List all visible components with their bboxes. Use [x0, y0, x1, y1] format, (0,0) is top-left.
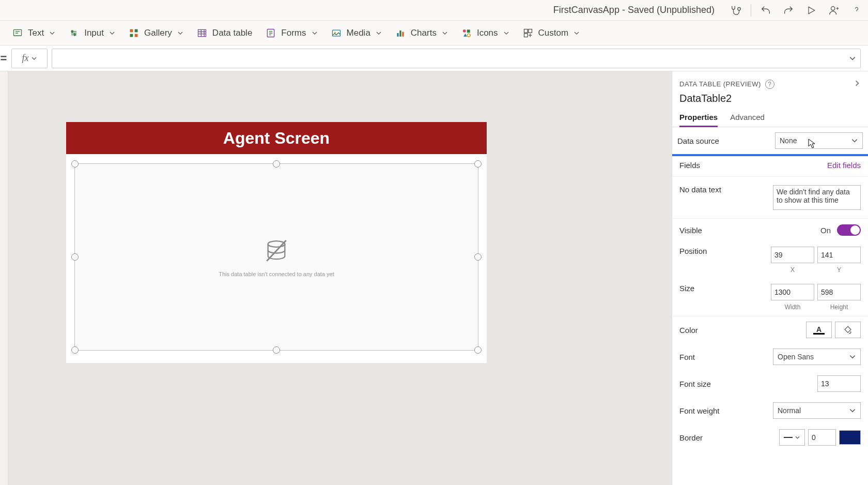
undo-button[interactable]: [754, 0, 777, 21]
play-button[interactable]: [800, 0, 823, 21]
share-button[interactable]: [823, 0, 845, 21]
resize-handle[interactable]: [474, 253, 482, 261]
prop-no-data-label: No data text: [679, 185, 773, 194]
data-table-empty-message: This data table isn't connected to any d…: [219, 271, 334, 277]
title-bar: FirstCanvasApp - Saved (Unpublished): [0, 0, 868, 21]
prop-font-size: Font size 13: [672, 370, 868, 397]
border-style-dropdown[interactable]: [779, 429, 805, 446]
ribbon-data-table-label: Data table: [212, 28, 253, 38]
equals-label: =: [0, 52, 7, 65]
ribbon-text[interactable]: Text: [12, 28, 55, 38]
ribbon-custom-label: Custom: [538, 28, 569, 38]
edit-fields-link[interactable]: Edit fields: [827, 161, 861, 170]
visible-toggle[interactable]: [837, 224, 861, 236]
resize-handle[interactable]: [71, 253, 79, 261]
font-size-input[interactable]: 13: [817, 375, 861, 392]
position-x-input[interactable]: 39: [771, 247, 814, 263]
prop-position: Position 39 141 X Y: [672, 241, 868, 279]
svg-rect-20: [528, 29, 532, 33]
prop-size-label: Size: [679, 284, 771, 293]
left-rail[interactable]: [0, 71, 8, 485]
resize-handle[interactable]: [474, 346, 482, 354]
formula-input[interactable]: [52, 49, 861, 68]
prop-position-label: Position: [679, 247, 771, 255]
svg-point-0: [738, 7, 741, 10]
database-empty-icon: [262, 237, 291, 266]
svg-rect-6: [135, 29, 138, 32]
app-title: FirstCanvasApp - Saved (Unpublished): [553, 5, 715, 16]
control-name: DataTable2: [672, 89, 868, 109]
ribbon-data-table[interactable]: Data table: [197, 28, 253, 38]
ribbon-icons[interactable]: Icons: [461, 28, 509, 38]
svg-rect-14: [399, 31, 401, 37]
border-color-swatch[interactable]: [839, 430, 861, 445]
position-x-sublabel: X: [771, 266, 814, 274]
svg-rect-5: [130, 29, 133, 32]
data-source-dropdown[interactable]: None: [775, 132, 863, 149]
svg-rect-19: [524, 29, 528, 33]
tab-properties[interactable]: Properties: [679, 109, 718, 127]
no-data-text-input[interactable]: We didn't find any data to show at this …: [773, 185, 861, 210]
svg-point-1: [831, 6, 835, 10]
size-height-input[interactable]: 598: [817, 284, 861, 300]
panel-collapse-button[interactable]: [854, 79, 861, 89]
visible-value: On: [820, 226, 831, 235]
prop-font-label: Font: [679, 353, 773, 361]
ribbon-media-label: Media: [347, 28, 370, 38]
fx-label: fx: [22, 53, 29, 64]
position-y-sublabel: Y: [817, 266, 861, 274]
svg-rect-13: [397, 33, 398, 37]
health-check-button[interactable]: [725, 0, 748, 21]
properties-list: Data source None Fields Edit fields: [672, 127, 868, 485]
screen: Agent Screen This data table isn't conne…: [66, 122, 487, 363]
data-table-control[interactable]: This data table isn't connected to any d…: [74, 163, 478, 351]
resize-handle[interactable]: [71, 160, 79, 168]
tab-advanced[interactable]: Advanced: [730, 109, 765, 127]
panel-help-icon[interactable]: ?: [765, 80, 774, 89]
canvas[interactable]: Agent Screen This data table isn't conne…: [8, 71, 672, 485]
svg-point-3: [71, 31, 73, 32]
help-button[interactable]: [845, 0, 868, 21]
panel-tabs: Properties Advanced: [672, 109, 868, 127]
size-width-input[interactable]: 1300: [771, 284, 814, 300]
position-y-input[interactable]: 141: [817, 247, 861, 263]
cursor-icon: [808, 138, 817, 149]
panel-type-label: DATA TABLE (PREVIEW): [679, 80, 761, 88]
resize-handle[interactable]: [474, 160, 482, 168]
resize-handle[interactable]: [273, 346, 280, 354]
font-dropdown[interactable]: Open Sans: [773, 348, 861, 365]
font-color-button[interactable]: A: [806, 322, 832, 338]
svg-rect-15: [402, 32, 404, 36]
size-height-sublabel: Height: [817, 304, 861, 311]
ribbon-input[interactable]: Input: [69, 28, 115, 38]
fx-dropdown[interactable]: fx: [11, 49, 48, 68]
ribbon-text-label: Text: [28, 28, 44, 38]
prop-border: Border 0: [672, 424, 868, 451]
ribbon-gallery-label: Gallery: [144, 28, 172, 38]
ribbon-media[interactable]: Media: [331, 28, 382, 38]
formula-bar: = fx: [0, 46, 868, 71]
paint-bucket-icon: [843, 325, 853, 335]
ribbon-charts[interactable]: Charts: [395, 28, 448, 38]
ribbon-forms[interactable]: Forms: [266, 28, 317, 38]
border-width-input[interactable]: 0: [808, 429, 836, 446]
redo-button[interactable]: [777, 0, 800, 21]
resize-handle[interactable]: [273, 160, 280, 168]
ribbon-gallery[interactable]: Gallery: [129, 28, 183, 38]
svg-rect-9: [198, 29, 206, 36]
prop-visible: Visible On: [672, 219, 868, 241]
prop-size: Size 1300 598 Width Height: [672, 279, 868, 316]
prop-color: Color A: [672, 316, 868, 343]
resize-handle[interactable]: [71, 346, 79, 354]
fill-color-button[interactable]: [835, 322, 861, 338]
ribbon-custom[interactable]: Custom: [523, 28, 580, 38]
svg-rect-21: [524, 33, 528, 37]
svg-rect-7: [130, 34, 133, 37]
svg-rect-8: [135, 34, 138, 37]
data-source-value: None: [780, 137, 797, 145]
prop-font: Font Open Sans: [672, 343, 868, 370]
main-area: Agent Screen This data table isn't conne…: [0, 71, 868, 485]
font-weight-dropdown[interactable]: Normal: [773, 402, 861, 419]
screen-title-text: Agent Screen: [223, 129, 330, 148]
svg-point-4: [74, 34, 75, 35]
